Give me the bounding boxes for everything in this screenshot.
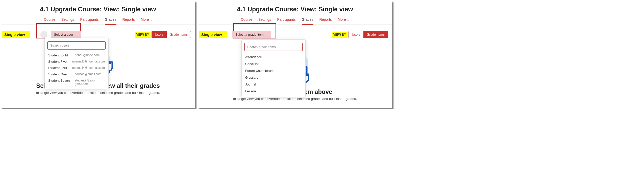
chevron-down-icon: ⌄ xyxy=(223,33,225,36)
user-option[interactable]: Student Onesousoe@gmail.com xyxy=(45,71,108,77)
user-dropdown: Student Eightnone8@none.com Student Five… xyxy=(44,38,109,89)
chevron-down-icon: ⌄ xyxy=(26,33,28,36)
search-gradeitems-input[interactable] xyxy=(244,43,303,51)
toggle-grade-items[interactable]: Grade items xyxy=(363,31,388,38)
chevron-down-icon: ⌄ xyxy=(76,33,78,36)
nav-grades[interactable]: Grades xyxy=(105,16,116,25)
toggle-grade-items[interactable]: Grade items xyxy=(166,31,191,38)
nav-settings[interactable]: Settings xyxy=(258,16,271,25)
user-email: noemail5@noemail.com xyxy=(72,60,105,63)
user-name: Student Seven xyxy=(48,79,75,86)
user-option[interactable]: Student Eightnone8@none.com xyxy=(45,52,108,58)
select-grade-item-button[interactable]: Select a grade item ⌄ xyxy=(232,31,271,38)
gradeitem-option[interactable]: Journal xyxy=(242,81,305,88)
nav-more[interactable]: More ⌄ xyxy=(338,16,349,25)
chevron-down-icon: ⌄ xyxy=(149,18,152,21)
nav-grades[interactable]: Grades xyxy=(302,16,313,25)
nav-participants[interactable]: Participants xyxy=(277,16,295,25)
viewby-toggle: Users Grade items xyxy=(152,31,191,38)
select-user-button[interactable]: Select a user ⌄ xyxy=(51,31,81,38)
gradeitem-option[interactable]: Checklist xyxy=(242,60,305,67)
gradeitem-option[interactable]: Forum whole forum xyxy=(242,67,305,74)
chevron-down-icon: ⌄ xyxy=(346,18,349,21)
user-email: none8@none.com xyxy=(75,53,105,57)
chevron-down-icon: ⌄ xyxy=(266,33,268,36)
toggle-users[interactable]: Users xyxy=(152,31,166,38)
user-name: Student One xyxy=(48,72,75,76)
user-option[interactable]: Student Fournoemail4@noemail.com xyxy=(45,65,108,71)
gradeitem-option[interactable]: Glossary xyxy=(242,74,305,81)
nav-participants[interactable]: Participants xyxy=(80,16,98,25)
nav-reports[interactable]: Reports xyxy=(319,16,332,25)
page-title: 4.1 Upgrade Course: View: Single view xyxy=(198,1,392,16)
nav-settings[interactable]: Settings xyxy=(61,16,74,25)
course-nav: Course Settings Participants Grades Repo… xyxy=(198,16,392,25)
user-email: sousoe@gmail.com xyxy=(75,72,105,76)
gradeitem-option[interactable]: Lesson xyxy=(242,88,305,95)
search-users-input[interactable] xyxy=(47,41,106,50)
course-nav: Course Settings Participants Grades Repo… xyxy=(1,16,195,25)
toggle-users[interactable]: Users xyxy=(349,31,363,38)
user-option[interactable]: Student Sevenstudent7@sou-gmail.com xyxy=(45,77,108,87)
viewby-label: VIEW BY xyxy=(135,32,151,38)
nav-course[interactable]: Course xyxy=(241,16,252,25)
user-name: Student Four xyxy=(48,66,72,70)
user-name: Student Eight xyxy=(48,53,75,57)
mode-label: Single view xyxy=(201,32,222,37)
panel-users-view: 4.1 Upgrade Course: View: Single view Co… xyxy=(1,1,195,108)
user-name: Student Five xyxy=(48,60,72,63)
gradeitem-dropdown: Attendance Checklist Forum whole forum G… xyxy=(241,39,306,97)
select-grade-item-label: Select a grade item xyxy=(235,33,264,36)
nav-reports[interactable]: Reports xyxy=(122,16,135,25)
nav-course[interactable]: Course xyxy=(44,16,55,25)
user-email: student7@sou-gmail.com xyxy=(75,79,105,86)
mode-selector[interactable]: Single view ⌄ xyxy=(2,31,30,38)
mode-selector[interactable]: Single view ⌄ xyxy=(199,31,227,38)
viewby-toggle: Users Grade items xyxy=(349,31,388,38)
panel-gradeitems-view: 4.1 Upgrade Course: View: Single view Co… xyxy=(198,1,392,108)
toolbar: Single view ⌄ Select a grade item ⌄ VIEW… xyxy=(198,25,392,39)
user-option[interactable]: Student Fivenoemail5@noemail.com xyxy=(45,58,108,65)
mode-label: Single view xyxy=(4,32,25,37)
page-title: 4.1 Upgrade Course: View: Single view xyxy=(1,1,195,16)
user-email: noemail4@noemail.com xyxy=(72,66,105,70)
hero-subtitle: In single view you can override or exclu… xyxy=(1,91,195,95)
select-user-label: Select a user xyxy=(54,33,73,36)
nav-more[interactable]: More ⌄ xyxy=(141,16,152,25)
gradeitem-option[interactable]: Attendance xyxy=(242,54,305,60)
avatar-placeholder xyxy=(40,31,47,38)
toolbar: Single view ⌄ Select a user ⌄ VIEW BY Us… xyxy=(1,25,195,39)
viewby-label: VIEW BY xyxy=(332,32,348,38)
hero-subtitle: In single view you can override or exclu… xyxy=(198,97,392,101)
